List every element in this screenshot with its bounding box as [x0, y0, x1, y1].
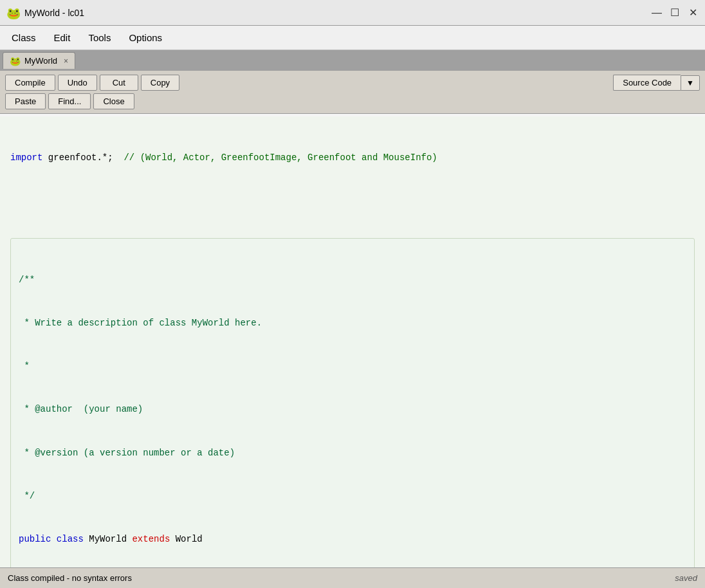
- menu-options[interactable]: Options: [120, 30, 171, 46]
- status-message: Class compiled - no syntax errors: [8, 573, 132, 583]
- source-code-dropdown: Source Code ▼: [613, 75, 700, 91]
- tab-icon: 🐸: [10, 56, 21, 66]
- window-controls: — ☐ ✕: [651, 7, 699, 19]
- code-container: import greenfoot.*; // (World, Actor, Gr…: [0, 116, 705, 567]
- find-button[interactable]: Find...: [48, 93, 91, 109]
- restore-button[interactable]: ☐: [669, 7, 681, 19]
- copy-button[interactable]: Copy: [141, 75, 179, 91]
- saved-indicator: saved: [675, 573, 697, 583]
- code-line-4: * Write a description of class MyWorld h…: [19, 316, 686, 330]
- close-editor-button[interactable]: Close: [93, 93, 134, 109]
- paste-button[interactable]: Paste: [5, 93, 46, 109]
- code-line-9: public class MyWorld extends World: [19, 532, 686, 546]
- title-bar: 🐸 MyWorld - lc01 — ☐ ✕: [0, 0, 705, 26]
- title-left: 🐸 MyWorld - lc01: [6, 6, 84, 19]
- code-line-5: *: [19, 359, 686, 373]
- menu-edit[interactable]: Edit: [45, 30, 80, 46]
- menu-bar: Class Edit Tools Options: [0, 26, 705, 50]
- class-block: /** * Write a description of class MyWor…: [10, 238, 695, 567]
- code-line-1: import greenfoot.*; // (World, Actor, Gr…: [10, 151, 695, 165]
- undo-button[interactable]: Undo: [58, 75, 97, 91]
- menu-tools[interactable]: Tools: [79, 30, 120, 46]
- code-line-8: */: [19, 489, 686, 503]
- tab-close-button[interactable]: ×: [64, 57, 68, 66]
- editor-tab[interactable]: 🐸 MyWorld ×: [3, 52, 75, 69]
- code-line-3: /**: [19, 273, 686, 287]
- status-bar: Class compiled - no syntax errors saved: [0, 567, 705, 588]
- tab-label: MyWorld: [24, 56, 57, 66]
- code-line-7: * @version (a version number or a date): [19, 446, 686, 460]
- tab-bar: 🐸 MyWorld ×: [0, 50, 705, 71]
- toolbar-row2: Paste Find... Close: [5, 93, 700, 109]
- menu-class[interactable]: Class: [3, 30, 45, 46]
- source-code-dropdown-arrow[interactable]: ▼: [681, 75, 700, 91]
- cut-button[interactable]: Cut: [100, 75, 138, 91]
- compile-button[interactable]: Compile: [5, 75, 55, 91]
- toolbar: Compile Undo Cut Copy Source Code ▼ Past…: [0, 71, 705, 114]
- code-line-2: [10, 194, 695, 208]
- minimize-button[interactable]: —: [651, 7, 663, 19]
- editor-area[interactable]: import greenfoot.*; // (World, Actor, Gr…: [0, 114, 705, 567]
- close-button[interactable]: ✕: [687, 7, 699, 19]
- app-icon: 🐸: [6, 6, 19, 19]
- code-line-6: * @author (your name): [19, 402, 686, 416]
- title-text: MyWorld - lc01: [24, 8, 84, 18]
- source-code-button[interactable]: Source Code: [613, 75, 681, 91]
- toolbar-row1: Compile Undo Cut Copy Source Code ▼: [5, 75, 700, 91]
